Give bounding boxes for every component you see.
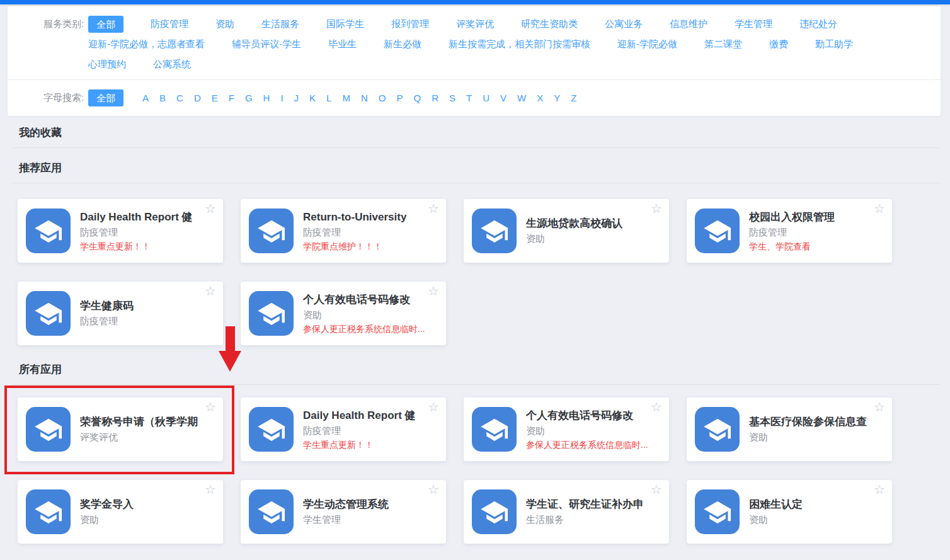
section-divider	[12, 384, 940, 385]
app-note: 学生重点更新！！	[303, 438, 437, 452]
alphabet-letter-link[interactable]: Z	[571, 93, 576, 103]
alphabet-letter-link[interactable]: F	[229, 93, 234, 103]
favorite-star-icon[interactable]: ☆	[428, 200, 439, 217]
graduation-cap-icon	[255, 297, 289, 331]
alphabet-letter-link[interactable]: D	[194, 93, 201, 103]
app-title: Daily Health Report 健	[303, 408, 437, 423]
favorite-star-icon[interactable]: ☆	[651, 399, 662, 415]
graduation-cap-icon	[478, 214, 512, 248]
alphabet-letter-link[interactable]: S	[449, 93, 455, 103]
app-card[interactable]: ☆ 学生动态管理系统 学生管理	[241, 480, 446, 544]
favorite-star-icon[interactable]: ☆	[205, 399, 216, 415]
app-title: Return-to-University	[303, 209, 437, 225]
alphabet-letter-link[interactable]: B	[159, 93, 166, 103]
favorite-star-icon[interactable]: ☆	[874, 200, 885, 217]
favorite-star-icon[interactable]: ☆	[651, 481, 662, 498]
category-link[interactable]: 评奖评优	[456, 18, 494, 30]
app-category: 生活服务	[526, 512, 660, 527]
app-card[interactable]: ☆ Daily Health Report 健 防疫管理 学生重点更新！！	[18, 199, 223, 263]
category-link[interactable]: 缴费	[769, 38, 788, 50]
favorite-star-icon[interactable]: ☆	[651, 200, 662, 217]
category-link[interactable]: 迎新-学院必做，志愿者查看	[88, 38, 205, 50]
alphabet-letter-link[interactable]: G	[245, 93, 253, 103]
category-link[interactable]: 学生管理	[735, 18, 772, 30]
alphabet-letter-link[interactable]: X	[537, 93, 543, 103]
category-link[interactable]: 防疫管理	[151, 18, 188, 30]
app-icon	[472, 407, 517, 452]
alphabet-letter-link[interactable]: U	[483, 93, 489, 103]
category-link[interactable]: 辅导员评议-学生	[232, 38, 301, 50]
app-card[interactable]: ☆ 困难生认定 资助	[687, 480, 892, 544]
favorite-star-icon[interactable]: ☆	[205, 481, 216, 498]
favorite-star-icon[interactable]: ☆	[874, 481, 885, 498]
favorite-star-icon[interactable]: ☆	[874, 399, 885, 415]
alphabet-letter-link[interactable]: R	[432, 93, 438, 103]
alphabet-letter-link[interactable]: J	[294, 93, 299, 103]
app-icon	[695, 407, 740, 452]
category-link[interactable]: 勤工助学	[815, 38, 853, 50]
favorite-star-icon[interactable]: ☆	[428, 283, 439, 299]
favorite-star-icon[interactable]: ☆	[428, 481, 439, 498]
category-link[interactable]: 生活服务	[261, 18, 299, 30]
alphabet-letter-link[interactable]: L	[326, 93, 331, 103]
favorite-star-icon[interactable]: ☆	[205, 200, 216, 217]
alphabet-letter-link[interactable]: Q	[413, 93, 421, 103]
app-card[interactable]: ☆ 校园出入权限管理 防疫管理 学生、学院查看	[687, 199, 892, 263]
all-apps-grid: ☆ 荣誉称号申请（秋季学期 评奖评优 ☆ Daily Health Report…	[18, 397, 950, 560]
alphabet-letter-link[interactable]: M	[342, 93, 350, 103]
app-icon	[249, 209, 294, 253]
app-card[interactable]: ☆ 学生证、研究生证补办申 生活服务	[464, 480, 669, 544]
app-title: 荣誉称号申请（秋季学期	[80, 414, 214, 430]
alphabet-letter-link[interactable]: C	[176, 93, 183, 103]
alphabet-letter-link[interactable]: H	[263, 93, 270, 103]
alphabet-letter-link[interactable]: O	[379, 93, 386, 103]
favorite-star-icon[interactable]: ☆	[205, 283, 216, 299]
app-card[interactable]: ☆ 学生健康码 防疫管理	[18, 282, 223, 345]
category-link[interactable]: 研究生资助类	[521, 18, 578, 30]
alphabet-letter-link[interactable]: T	[466, 93, 472, 103]
category-link[interactable]: 国际学生	[326, 18, 364, 30]
category-link[interactable]: 信息维护	[670, 18, 707, 30]
alphabet-letter-link[interactable]: W	[517, 93, 526, 103]
favorite-star-icon[interactable]: ☆	[428, 399, 439, 415]
alphabet-letter-link[interactable]: I	[280, 93, 283, 103]
alphabet-letter-link[interactable]: P	[396, 93, 403, 103]
alphabet-all-button[interactable]: 全部	[88, 89, 123, 106]
category-link[interactable]: 资助	[215, 18, 234, 30]
category-link[interactable]: 违纪处分	[799, 18, 837, 30]
app-icon	[26, 489, 71, 534]
app-card-highlighted[interactable]: ☆ 荣誉称号申请（秋季学期 评奖评优	[18, 397, 223, 461]
app-title: 基本医疗保险参保信息查	[749, 414, 883, 430]
category-link[interactable]: 毕业生	[328, 38, 357, 50]
app-note: 学生、学院查看	[749, 240, 883, 253]
category-link[interactable]: 新生按需完成，相关部门按需审核	[449, 38, 590, 50]
alphabet-letter-link[interactable]: E	[212, 93, 218, 103]
category-link[interactable]: 迎新-学院必做	[617, 38, 677, 50]
app-card[interactable]: ☆ Return-to-University 防疫管理 学院重点维护！！！	[241, 199, 446, 263]
app-card[interactable]: ☆ 奖学金导入 资助	[18, 480, 223, 544]
app-category: 防疫管理	[749, 225, 883, 240]
app-card[interactable]: ☆ Daily Health Report 健 防疫管理 学生重点更新！！	[241, 397, 446, 461]
category-link[interactable]: 公寓系统	[153, 59, 191, 71]
app-title: Daily Health Report 健	[80, 209, 214, 225]
app-card[interactable]: ☆ 基本医疗保险参保信息查 资助	[687, 397, 892, 461]
app-card[interactable]: ☆ 个人有效电话号码修改 资助 参保人更正税务系统信息临时...	[464, 397, 669, 461]
alphabet-letter-link[interactable]: Y	[554, 93, 560, 103]
category-link[interactable]: 第二课堂	[704, 38, 742, 50]
category-link[interactable]: 心理预约	[88, 59, 126, 71]
app-category: 资助	[749, 430, 883, 445]
app-icon	[26, 407, 71, 452]
alphabet-letter-link[interactable]: A	[142, 93, 149, 103]
app-category: 资助	[526, 423, 660, 438]
graduation-cap-icon	[255, 495, 289, 529]
alphabet-letter-link[interactable]: N	[361, 93, 368, 103]
section-divider	[12, 183, 940, 183]
alphabet-letter-link[interactable]: K	[309, 93, 316, 103]
app-card[interactable]: ☆ 生源地贷款高校确认 资助	[464, 199, 669, 263]
app-card[interactable]: ☆ 个人有效电话号码修改 资助 参保人更正税务系统信息临时...	[241, 282, 446, 345]
category-link[interactable]: 公寓业务	[605, 18, 643, 30]
category-link[interactable]: 新生必做	[384, 38, 421, 50]
alphabet-letter-link[interactable]: V	[500, 93, 506, 103]
category-link[interactable]: 报到管理	[391, 18, 429, 30]
category-all-button[interactable]: 全部	[88, 16, 123, 33]
